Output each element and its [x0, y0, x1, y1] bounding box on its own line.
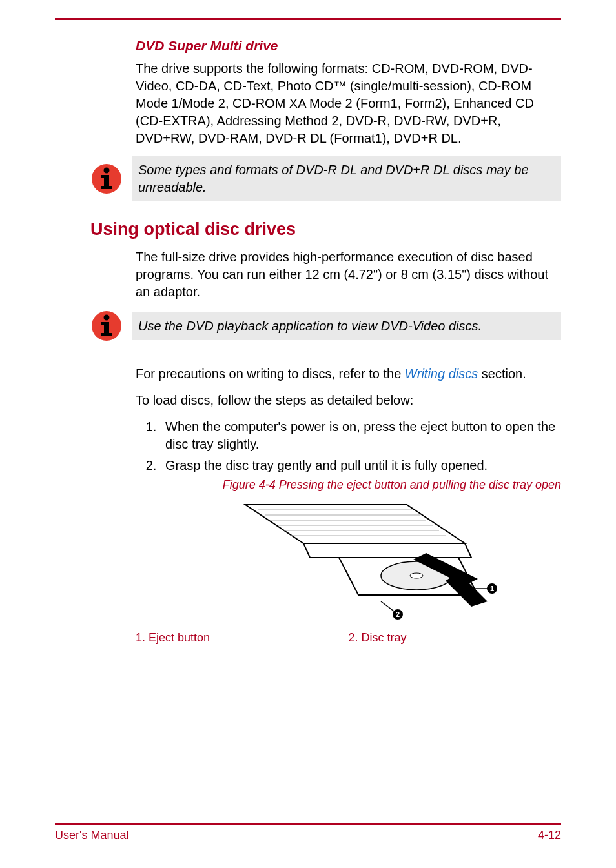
figure-legend: 1. Eject button 2. Disc tray [136, 631, 561, 645]
svg-rect-4 [101, 186, 112, 189]
text-suffix: section. [478, 367, 526, 381]
link-writing-discs[interactable]: Writing discs [405, 367, 478, 381]
svg-point-1 [104, 168, 110, 174]
paragraph-precautions: For precautions on writing to discs, ref… [136, 365, 561, 383]
paragraph-formats: The drive supports the following formats… [136, 60, 561, 147]
subheading-dvd-super-multi: DVD Super Multi drive [136, 38, 561, 54]
info-icon [90, 163, 123, 195]
note-text: Use the DVD playback application to view… [132, 312, 561, 340]
page-footer: User's Manual 4-12 [55, 823, 561, 842]
svg-point-6 [104, 315, 110, 321]
legend-disc-tray: 2. Disc tray [349, 631, 562, 645]
svg-rect-8 [101, 322, 109, 325]
svg-line-25 [381, 601, 394, 611]
figure-caption: Figure 4-4 Pressing the eject button and… [136, 478, 561, 492]
svg-marker-10 [245, 505, 465, 543]
svg-rect-9 [101, 333, 112, 336]
footer-title: User's Manual [55, 829, 128, 842]
footer-rule [55, 823, 561, 825]
step-1: When the computer's power is on, press t… [160, 418, 561, 453]
note-unreadable-discs: Some types and formats of DVD-R DL and D… [55, 156, 561, 201]
steps-list: When the computer's power is on, press t… [154, 418, 561, 474]
step-2: Grasp the disc tray gently and pull unti… [160, 457, 561, 474]
legend-eject-button: 1. Eject button [136, 631, 349, 645]
callout-2: 2 [395, 611, 399, 618]
footer-page-number: 4-12 [538, 829, 561, 842]
text-prefix: For precautions on writing to discs, ref… [136, 367, 405, 381]
section-heading-using-drives: Using optical disc drives [90, 219, 561, 239]
callout-1: 1 [489, 585, 493, 592]
svg-marker-11 [303, 543, 471, 558]
svg-rect-3 [101, 175, 109, 178]
note-text: Some types and formats of DVD-R DL and D… [132, 156, 561, 201]
header-rule [55, 18, 561, 20]
figure-laptop-disc-tray: 1 2 [136, 498, 561, 627]
paragraph-drive-performance: The full-size drive provides high-perfor… [136, 248, 561, 301]
note-dvd-playback: Use the DVD playback application to view… [55, 310, 561, 342]
svg-point-20 [410, 573, 423, 578]
paragraph-load-steps-intro: To load discs, follow the steps as detai… [136, 392, 561, 409]
info-icon [90, 310, 123, 342]
